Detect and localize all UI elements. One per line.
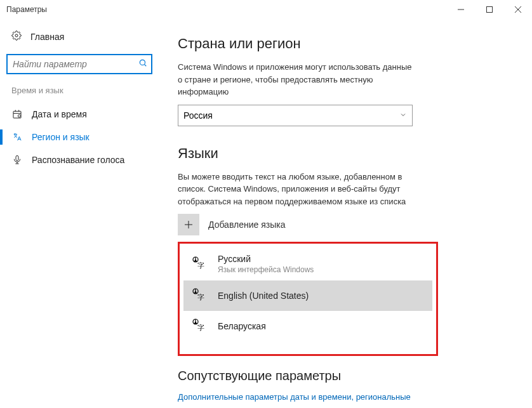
sidebar-item-speech[interactable]: Распознавание голоса <box>0 148 165 171</box>
maximize-button[interactable] <box>475 0 503 19</box>
language-name: English (United States) <box>218 291 309 301</box>
chevron-down-icon <box>399 110 407 121</box>
language-icon <box>11 132 23 142</box>
language-glyph-icon: 字 <box>191 287 209 305</box>
svg-line-6 <box>144 64 146 66</box>
region-description: Система Windows и приложения могут испол… <box>178 61 413 98</box>
language-item-english[interactable]: 字 English (United States) <box>183 280 432 311</box>
svg-text:字: 字 <box>197 261 204 269</box>
language-glyph-icon: 字 <box>191 255 209 273</box>
search-field[interactable] <box>13 59 138 69</box>
language-name: Русский <box>218 254 314 264</box>
language-glyph-icon: 字 <box>191 317 209 335</box>
related-link[interactable]: Дополнительные параметры даты и времени,… <box>178 391 413 408</box>
country-select[interactable]: Россия <box>178 105 413 126</box>
microphone-icon <box>11 155 23 165</box>
sidebar-item-label: Дата и время <box>32 109 87 119</box>
language-list-highlight: 字 Русский Язык интерфейса Windows 字 Engl… <box>178 242 438 356</box>
related-heading: Сопутствующие параметры <box>178 369 513 383</box>
language-item-russian[interactable]: 字 Русский Язык интерфейса Windows <box>183 247 432 280</box>
home-nav[interactable]: Главная <box>0 25 165 48</box>
window-title: Параметры <box>6 5 47 14</box>
region-heading: Страна или регион <box>178 36 513 52</box>
search-icon <box>138 58 147 70</box>
svg-point-11 <box>18 115 20 117</box>
country-selected: Россия <box>183 110 213 121</box>
minimize-button[interactable] <box>446 0 475 19</box>
sidebar-item-label: Распознавание голоса <box>32 155 124 165</box>
svg-text:字: 字 <box>197 293 204 301</box>
svg-rect-12 <box>16 155 18 161</box>
languages-heading: Языки <box>178 145 513 162</box>
language-name: Беларуская <box>218 321 266 331</box>
sidebar-item-datetime[interactable]: Дата и время <box>0 103 165 126</box>
svg-point-4 <box>15 34 18 37</box>
add-language-button[interactable]: Добавление языка <box>178 214 513 235</box>
sidebar-item-label: Регион и язык <box>32 132 90 142</box>
svg-text:字: 字 <box>197 324 204 331</box>
calendar-icon <box>11 109 23 119</box>
languages-description: Вы можете вводить текст на любом языке, … <box>178 171 413 208</box>
svg-rect-1 <box>486 7 492 13</box>
home-label: Главная <box>30 32 64 42</box>
svg-point-5 <box>140 60 145 65</box>
language-subtitle: Язык интерфейса Windows <box>218 265 314 274</box>
gear-icon <box>11 30 22 43</box>
search-input[interactable] <box>6 54 152 74</box>
language-item-belarusian[interactable]: 字 Беларуская <box>183 311 432 341</box>
sidebar-item-region[interactable]: Регион и язык <box>0 126 165 148</box>
close-button[interactable] <box>503 0 532 19</box>
add-language-label: Добавление языка <box>208 220 286 230</box>
category-title: Время и язык <box>0 86 165 103</box>
plus-icon <box>178 214 199 235</box>
